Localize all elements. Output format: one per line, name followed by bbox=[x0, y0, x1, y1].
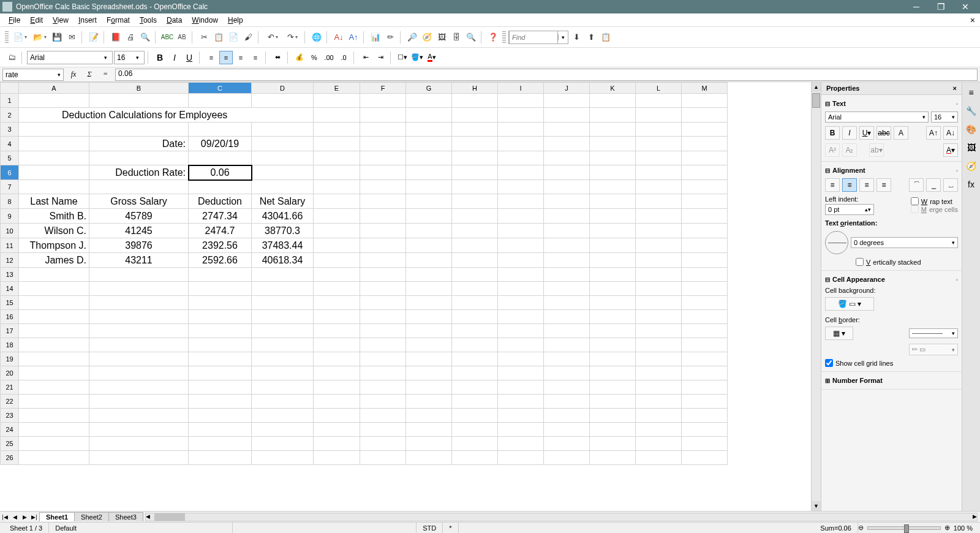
cell[interactable] bbox=[452, 296, 498, 310]
bgcolor-button[interactable]: 🪣▾ bbox=[410, 51, 424, 64]
cell[interactable]: Deduction Rate: bbox=[89, 165, 189, 180]
cell[interactable] bbox=[406, 151, 452, 165]
cell[interactable] bbox=[189, 423, 252, 437]
cell[interactable] bbox=[682, 338, 728, 352]
spellcheck-button[interactable]: ABC bbox=[160, 31, 174, 44]
cell[interactable] bbox=[19, 380, 89, 395]
help-button[interactable]: ❓ bbox=[486, 31, 500, 44]
cell[interactable] bbox=[590, 151, 636, 165]
cell[interactable] bbox=[498, 310, 544, 324]
show-draw-button[interactable]: ✏ bbox=[383, 31, 397, 44]
cell[interactable] bbox=[590, 296, 636, 310]
cell[interactable] bbox=[19, 366, 89, 380]
cell[interactable]: 45789 bbox=[89, 209, 189, 224]
font-name-combo[interactable]: Arial▾ bbox=[27, 51, 113, 64]
section-text[interactable]: Text▫ bbox=[825, 97, 958, 110]
find-dropdown[interactable]: ▾ bbox=[558, 34, 568, 40]
cell[interactable] bbox=[252, 380, 314, 395]
cell[interactable] bbox=[452, 180, 498, 194]
currency-button[interactable]: 💰 bbox=[293, 51, 306, 64]
undo-button[interactable]: ↶ bbox=[263, 31, 282, 44]
status-mode[interactable]: STD bbox=[417, 523, 443, 533]
cell[interactable] bbox=[252, 282, 314, 296]
cell[interactable] bbox=[544, 395, 590, 409]
cell[interactable] bbox=[314, 194, 360, 209]
cell[interactable] bbox=[452, 209, 498, 224]
cell[interactable] bbox=[636, 366, 682, 380]
cell[interactable] bbox=[360, 137, 406, 151]
cell[interactable] bbox=[252, 137, 314, 151]
cell[interactable] bbox=[682, 137, 728, 151]
scroll-up-icon[interactable]: ▲ bbox=[812, 82, 821, 92]
cell[interactable] bbox=[19, 437, 89, 451]
column-header[interactable]: M bbox=[682, 83, 728, 94]
cell[interactable] bbox=[314, 224, 360, 238]
cell[interactable] bbox=[590, 165, 636, 180]
cell[interactable] bbox=[590, 108, 636, 123]
cell[interactable] bbox=[544, 409, 590, 423]
underline-button[interactable]: U bbox=[183, 51, 196, 64]
cell[interactable] bbox=[498, 282, 544, 296]
copy-button[interactable]: 📋 bbox=[212, 31, 225, 44]
cell[interactable] bbox=[452, 151, 498, 165]
sort-desc-button[interactable]: A↑ bbox=[347, 31, 360, 44]
cell[interactable] bbox=[252, 451, 314, 465]
cell[interactable] bbox=[89, 324, 189, 338]
cell[interactable] bbox=[252, 409, 314, 423]
cell[interactable] bbox=[590, 238, 636, 253]
cell[interactable] bbox=[252, 268, 314, 282]
cell[interactable] bbox=[636, 108, 682, 123]
cell[interactable] bbox=[189, 395, 252, 409]
cell[interactable] bbox=[636, 380, 682, 395]
menu-insert[interactable]: Insert bbox=[74, 15, 102, 26]
font-size-combo[interactable]: 16▾ bbox=[114, 51, 145, 64]
toolbar-grip[interactable] bbox=[502, 31, 506, 43]
bold-button[interactable]: B bbox=[153, 51, 167, 64]
cell[interactable] bbox=[682, 165, 728, 180]
cell[interactable] bbox=[189, 409, 252, 423]
sidebar-tab-properties[interactable]: 🔧 bbox=[963, 103, 979, 119]
cell[interactable] bbox=[544, 296, 590, 310]
cell[interactable]: 09/20/19 bbox=[189, 137, 252, 151]
merge-cells-checkbox[interactable]: Merge cells bbox=[911, 205, 958, 213]
cell[interactable] bbox=[544, 352, 590, 366]
cell[interactable] bbox=[252, 366, 314, 380]
cell[interactable] bbox=[682, 108, 728, 123]
cell[interactable] bbox=[314, 451, 360, 465]
cell[interactable] bbox=[314, 409, 360, 423]
row-header[interactable]: 22 bbox=[1, 395, 19, 409]
cell[interactable] bbox=[252, 395, 314, 409]
cell[interactable]: 2392.56 bbox=[189, 238, 252, 253]
gridlines-checkbox[interactable]: Show cell grid lines bbox=[825, 359, 893, 367]
cell[interactable] bbox=[590, 409, 636, 423]
cell[interactable] bbox=[498, 423, 544, 437]
cell[interactable] bbox=[360, 409, 406, 423]
column-header[interactable]: J bbox=[544, 83, 590, 94]
column-header[interactable]: B bbox=[89, 83, 189, 94]
cell[interactable] bbox=[19, 423, 89, 437]
fontcolor-button[interactable]: A▾ bbox=[425, 51, 439, 64]
row-header[interactable]: 23 bbox=[1, 409, 19, 423]
cell[interactable] bbox=[314, 423, 360, 437]
cell[interactable] bbox=[498, 380, 544, 395]
row-header[interactable]: 20 bbox=[1, 366, 19, 380]
row-header[interactable]: 15 bbox=[1, 296, 19, 310]
cell[interactable] bbox=[636, 451, 682, 465]
cell[interactable] bbox=[544, 451, 590, 465]
row-header[interactable]: 14 bbox=[1, 282, 19, 296]
open-button[interactable]: 📂 bbox=[31, 31, 49, 44]
cell[interactable] bbox=[544, 194, 590, 209]
sidebar-strike-button[interactable]: abc bbox=[876, 126, 891, 140]
row-header[interactable]: 10 bbox=[1, 224, 19, 238]
cell[interactable] bbox=[19, 324, 89, 338]
cell[interactable] bbox=[590, 338, 636, 352]
cell[interactable] bbox=[314, 296, 360, 310]
row-header[interactable]: 25 bbox=[1, 437, 19, 451]
cell[interactable] bbox=[314, 324, 360, 338]
align-justify-button[interactable]: ≡ bbox=[876, 178, 891, 192]
cell[interactable] bbox=[498, 151, 544, 165]
section-number-format[interactable]: Number Format bbox=[825, 374, 958, 387]
sidebar-tab-styles[interactable]: 🎨 bbox=[963, 121, 979, 137]
cell[interactable] bbox=[406, 253, 452, 268]
cell[interactable] bbox=[452, 165, 498, 180]
